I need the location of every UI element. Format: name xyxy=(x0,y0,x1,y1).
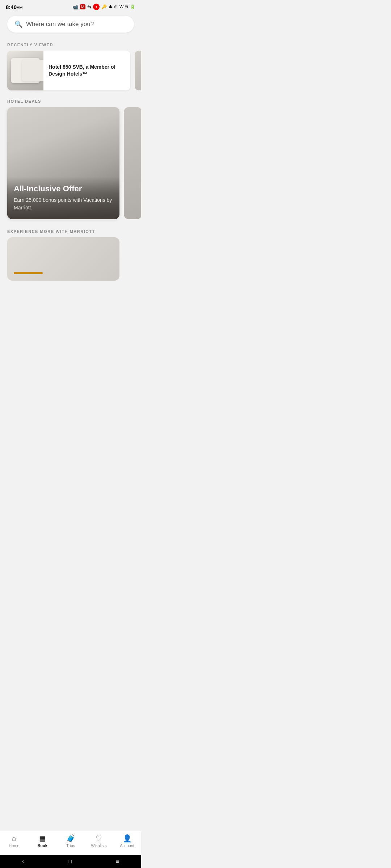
recording-icon: ● xyxy=(93,4,100,10)
status-icons: 📹 M ⇆ ● 🔑 ✱ ⊕ WiFi 🔋 xyxy=(72,4,135,10)
experience-scroll[interactable] xyxy=(0,237,141,286)
deal-card-partial xyxy=(124,107,141,219)
search-placeholder: Where can we take you? xyxy=(26,21,94,28)
experience-more-header: EXPERIENCE MORE WITH MARRIOTT xyxy=(0,224,141,237)
deals-scroll[interactable]: All-Inclusive Offer Earn 25,000 bonus po… xyxy=(0,107,141,224)
recently-viewed-item[interactable]: Hotel 850 SVB, a Member of Design Hotels… xyxy=(7,51,130,90)
deal-card-overlay: All-Inclusive Offer Earn 25,000 bonus po… xyxy=(7,177,119,219)
battery-icon: 🔋 xyxy=(130,4,135,9)
main-content: RECENTLY VIEWED Hotel 850 SVB, a Member … xyxy=(0,38,141,315)
recently-viewed-scroll[interactable]: Hotel 850 SVB, a Member of Design Hotels… xyxy=(0,51,141,94)
video-icon: 📹 xyxy=(72,4,78,10)
bluetooth-icon: ✱ xyxy=(109,4,112,9)
mail-icon: M xyxy=(80,4,85,9)
cast-icon: ⇆ xyxy=(87,4,91,10)
experience-card[interactable] xyxy=(7,237,119,281)
deal-title: All-Inclusive Offer xyxy=(14,184,113,193)
signal-icon: ⊕ xyxy=(114,4,118,9)
pillow-image xyxy=(7,51,43,90)
hotel-name: Hotel 850 SVB, a Member of Design Hotels… xyxy=(49,64,125,77)
experience-card-accent xyxy=(14,272,43,274)
status-bar: 8:40AM 📹 M ⇆ ● 🔑 ✱ ⊕ WiFi 🔋 xyxy=(0,0,141,12)
hotel-info: Hotel 850 SVB, a Member of Design Hotels… xyxy=(43,59,130,82)
hotel-image xyxy=(7,51,43,90)
deal-card[interactable]: All-Inclusive Offer Earn 25,000 bonus po… xyxy=(7,107,119,219)
hotel-deals-header: HOTEL DEALS xyxy=(0,94,141,107)
status-time: 8:40AM xyxy=(6,4,23,10)
search-container: 🔍 Where can we take you? xyxy=(0,12,141,38)
deal-description: Earn 25,000 bonus points with Vacations … xyxy=(14,196,113,211)
key-icon: 🔑 xyxy=(101,4,107,9)
search-bar[interactable]: 🔍 Where can we take you? xyxy=(7,16,134,33)
recently-viewed-header: RECENTLY VIEWED xyxy=(0,38,141,51)
search-icon: 🔍 xyxy=(14,20,22,28)
wifi-icon: WiFi xyxy=(119,4,128,9)
recently-viewed-item-partial xyxy=(135,51,141,90)
